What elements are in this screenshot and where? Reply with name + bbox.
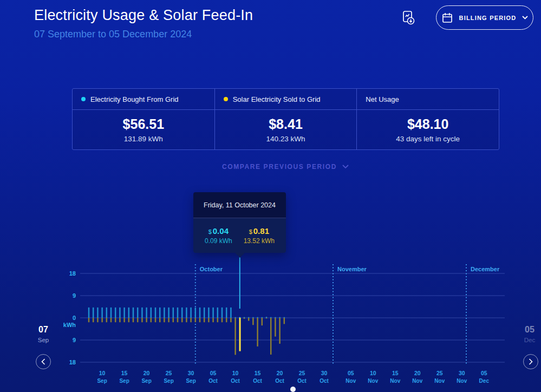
svg-text:25: 25 [299, 370, 305, 376]
svg-text:9: 9 [73, 337, 76, 343]
tooltip-bought: $0.04 0.09 kWh [205, 226, 232, 245]
compare-previous-period-label: COMPARE PREVIOUS PERIOD [222, 163, 337, 171]
sold-series-dot [224, 97, 228, 101]
billing-period-button[interactable]: BILLING PERIOD [436, 5, 533, 30]
page-header: Electricity Usage & Solar Feed-In 07 Sep… [34, 7, 253, 40]
tooltip-bought-kwh: 0.09 kWh [205, 237, 232, 245]
svg-text:30: 30 [459, 370, 465, 376]
svg-text:Oct: Oct [208, 378, 218, 384]
svg-text:18: 18 [69, 270, 76, 277]
chevron-down-icon [342, 165, 349, 169]
svg-text:20: 20 [277, 370, 283, 376]
svg-text:Sep: Sep [141, 378, 151, 384]
bought-series-dot [81, 97, 86, 101]
card-kwh: 140.23 kWh [266, 135, 305, 143]
summary-cards: Electricity Bought From Grid $56.51 131.… [72, 88, 499, 150]
svg-text:Sep: Sep [164, 378, 173, 384]
svg-text:Sep: Sep [119, 378, 129, 384]
svg-text:Nov: Nov [368, 378, 378, 384]
card-label: Net Usage [366, 95, 399, 103]
period-end-label: 05 Dec [520, 325, 539, 343]
svg-text:Sep: Sep [97, 378, 107, 384]
date-range: 07 September to 05 December 2024 [34, 29, 253, 40]
chevron-right-icon [529, 358, 533, 365]
svg-text:Oct: Oct [320, 378, 329, 384]
svg-text:18: 18 [69, 359, 76, 365]
billing-period-label: BILLING PERIOD [459, 15, 516, 21]
tooltip-sold: $0.81 13.52 kWh [244, 226, 275, 245]
page-title: Electricity Usage & Solar Feed-In [34, 7, 253, 24]
compare-previous-period-button[interactable]: COMPARE PREVIOUS PERIOD [204, 161, 367, 173]
svg-text:Oct: Oct [253, 378, 262, 384]
svg-text:25: 25 [166, 370, 172, 376]
svg-text:05: 05 [481, 370, 487, 376]
card-solar-sold: Solar Electricity Sold to Grid $8.41 140… [214, 89, 357, 149]
svg-text:Sep: Sep [186, 378, 195, 384]
tooltip-pointer [234, 252, 245, 258]
svg-text:9: 9 [73, 292, 76, 299]
card-amount: $8.41 [269, 116, 303, 132]
card-amount: $48.10 [407, 116, 448, 132]
card-net-usage: Net Usage $48.10 43 days left in cycle [356, 89, 499, 149]
svg-text:Nov: Nov [346, 378, 356, 384]
usage-chart[interactable]: 1890918kWhOctoberNovemberDecember10Sep15… [0, 249, 541, 392]
tooltip-bought-amount: 0.04 [213, 226, 229, 236]
period-start-label: 07 Sep [34, 325, 53, 343]
tooltip-sold-amount: 0.81 [253, 226, 269, 236]
svg-text:Nov: Nov [412, 378, 422, 384]
download-report-icon [400, 9, 417, 27]
svg-text:0: 0 [73, 315, 76, 321]
card-amount: $56.51 [123, 116, 164, 132]
svg-text:10: 10 [99, 370, 106, 376]
tooltip-date: Friday, 11 October 2024 [193, 192, 286, 218]
card-kwh: 131.89 kWh [124, 135, 163, 143]
svg-text:15: 15 [255, 370, 261, 376]
svg-text:Nov: Nov [434, 378, 445, 384]
svg-text:Nov: Nov [390, 378, 400, 384]
svg-text:Nov: Nov [457, 378, 467, 384]
card-label: Electricity Bought From Grid [90, 95, 179, 103]
currency-symbol: $ [249, 228, 252, 235]
chevron-down-icon [522, 16, 528, 19]
svg-text:30: 30 [321, 370, 328, 376]
scroll-indicator-dot[interactable] [290, 387, 296, 392]
svg-text:25: 25 [436, 370, 443, 376]
svg-text:05: 05 [210, 370, 217, 376]
svg-text:20: 20 [414, 370, 421, 376]
svg-text:10: 10 [370, 370, 376, 376]
svg-text:kWh: kWh [63, 322, 76, 328]
previous-period-button[interactable] [36, 354, 51, 369]
svg-text:Oct: Oct [297, 378, 307, 384]
svg-text:30: 30 [188, 370, 194, 376]
svg-text:Dec: Dec [479, 378, 490, 384]
svg-text:November: November [337, 266, 367, 272]
tooltip-sold-kwh: 13.52 kWh [244, 237, 275, 245]
svg-text:10: 10 [232, 370, 239, 376]
svg-text:Oct: Oct [275, 378, 284, 384]
currency-symbol: $ [208, 228, 212, 235]
next-period-button[interactable] [523, 354, 538, 369]
card-days-left: 43 days left in cycle [396, 135, 460, 143]
svg-text:Oct: Oct [231, 378, 240, 384]
svg-text:15: 15 [121, 370, 128, 376]
chevron-left-icon [41, 358, 45, 365]
svg-text:05: 05 [348, 370, 354, 376]
svg-text:20: 20 [144, 370, 150, 376]
svg-text:December: December [471, 266, 500, 272]
download-report-button[interactable] [399, 9, 418, 28]
svg-text:October: October [200, 266, 223, 272]
svg-text:15: 15 [392, 370, 399, 376]
card-electricity-bought: Electricity Bought From Grid $56.51 131.… [73, 89, 214, 149]
card-label: Solar Electricity Sold to Grid [233, 95, 321, 103]
calendar-icon [441, 12, 453, 24]
chart-tooltip: Friday, 11 October 2024 $0.04 0.09 kWh $… [193, 192, 286, 253]
